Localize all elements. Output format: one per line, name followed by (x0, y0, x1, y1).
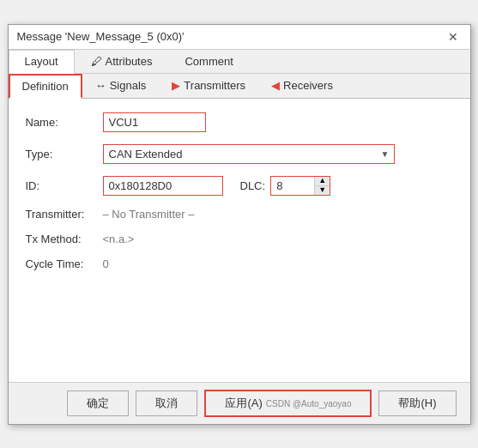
tab-comment[interactable]: Comment (168, 50, 249, 73)
transmitter-row: Transmitter: – No Transmitter – (26, 208, 453, 221)
apply-button[interactable]: 应用(A)CSDN @Auto_yaoyao (204, 390, 372, 417)
type-select-wrapper: CAN Extended CAN Standard CAN FD Extende… (103, 144, 395, 164)
transmitters-icon: ▶ (172, 79, 180, 92)
name-input[interactable] (103, 112, 206, 132)
cancel-button[interactable]: 取消 (136, 390, 197, 416)
tx-method-value: <n.a.> (103, 233, 135, 245)
type-label: Type: (26, 148, 103, 160)
dlc-spin-down-button[interactable]: ▼ (315, 185, 330, 195)
id-input[interactable] (103, 176, 223, 196)
tx-method-row: Tx Method: <n.a.> (26, 233, 453, 245)
tx-method-label: Tx Method: (26, 233, 103, 245)
name-row: Name: (26, 112, 453, 132)
subtab-signals[interactable]: ↔ Signals (82, 74, 160, 98)
receivers-icon: ◀ (271, 79, 280, 92)
transmitter-label: Transmitter: (26, 208, 103, 221)
dlc-spin-up-button[interactable]: ▲ (315, 177, 330, 185)
dlc-spinners: ▲ ▼ (314, 177, 330, 195)
subtab-definition[interactable]: Definition (9, 74, 82, 99)
dlc-label: DLC: (240, 179, 266, 192)
form-content: Name: Type: CAN Extended CAN Standard CA… (9, 99, 470, 382)
name-label: Name: (26, 116, 103, 129)
close-button[interactable]: ✕ (445, 30, 462, 44)
dlc-group: DLC: ▲ ▼ (240, 176, 331, 196)
id-row: ID: DLC: ▲ ▼ (26, 176, 453, 196)
transmitter-value: – No Transmitter – (103, 208, 195, 221)
dlc-input-wrap: ▲ ▼ (270, 176, 330, 196)
type-select[interactable]: CAN Extended CAN Standard CAN FD Extende… (103, 144, 395, 164)
dialog-title: Message 'New_Message_5 (0x0)' (17, 30, 185, 43)
cycle-time-row: Cycle Time: 0 (26, 257, 453, 270)
footer: 确定 取消 应用(A)CSDN @Auto_yaoyao 帮助(H) (9, 382, 470, 424)
tab-attributes[interactable]: 🖊 Attributes (75, 50, 169, 73)
message-dialog: Message 'New_Message_5 (0x0)' ✕ Layout 🖊… (8, 24, 471, 425)
cycle-time-value: 0 (103, 257, 109, 270)
subtab-receivers[interactable]: ◀ Receivers (258, 74, 346, 98)
tab-row-1: Layout 🖊 Attributes Comment (9, 50, 470, 74)
type-row: Type: CAN Extended CAN Standard CAN FD E… (26, 144, 453, 164)
tab-layout[interactable]: Layout (9, 50, 75, 74)
attributes-icon: 🖊 (91, 55, 102, 68)
title-bar: Message 'New_Message_5 (0x0)' ✕ (9, 25, 470, 50)
help-button[interactable]: 帮助(H) (378, 390, 456, 416)
id-label: ID: (26, 179, 103, 192)
dlc-input[interactable] (271, 177, 314, 195)
subtab-transmitters[interactable]: ▶ Transmitters (159, 74, 258, 98)
cycle-time-label: Cycle Time: (26, 257, 103, 270)
signals-icon: ↔ (95, 79, 106, 92)
tab-row-2: Definition ↔ Signals ▶ Transmitters ◀ Re… (9, 74, 470, 99)
watermark: CSDN @Auto_yaoyao (266, 399, 352, 409)
confirm-button[interactable]: 确定 (67, 390, 129, 416)
